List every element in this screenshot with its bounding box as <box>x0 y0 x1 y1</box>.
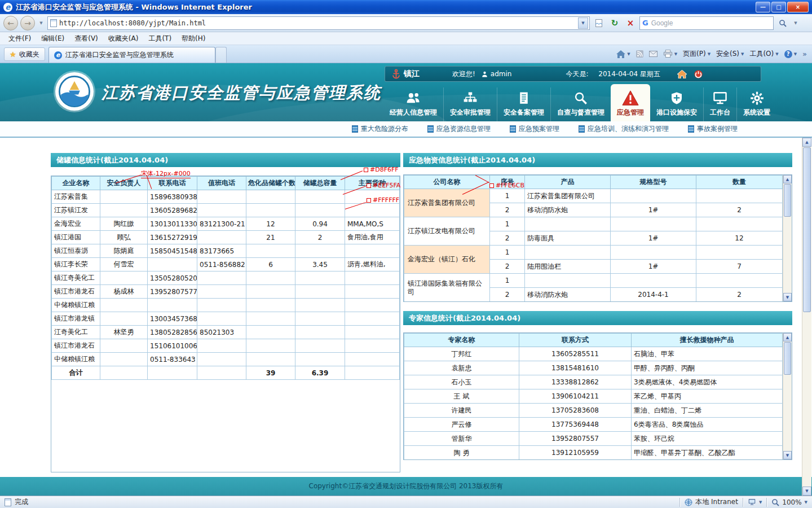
table-row: 许建民13705283608重油、白蜡油、丁二烯 <box>404 404 783 418</box>
scroll-down-button[interactable]: ▼ <box>783 451 792 459</box>
nav-item-emergency[interactable]: 应急管理 <box>611 84 650 121</box>
search-input[interactable] <box>651 19 771 27</box>
back-button[interactable]: ← <box>3 16 18 30</box>
scroll-down-button[interactable]: ▼ <box>783 293 792 301</box>
dashboard-content: 储罐信息统计(截止2014.04.04) 企业名称安全负责人联系电话值班电话危化… <box>0 138 812 477</box>
close-button[interactable]: × <box>787 2 809 12</box>
table-row: 镇江恒泰沥陈炳庭1585045154883173665 <box>52 244 400 258</box>
table-cell <box>246 190 295 204</box>
table-cell <box>148 258 197 271</box>
tools-menu-button[interactable]: 工具(O) ▼ <box>749 49 778 59</box>
nav-item-safety-approval[interactable]: 安全审批管理 <box>443 87 497 121</box>
company-cell: 江苏索普集团有限公司 <box>404 189 490 217</box>
search-button[interactable] <box>776 16 789 30</box>
status-divider <box>766 498 767 507</box>
mail-button[interactable] <box>649 51 657 57</box>
minimize-button[interactable]: — <box>756 2 770 12</box>
supplies-scrollbar[interactable]: ▲ ▼ <box>783 175 792 301</box>
menu-tools[interactable]: 工具(T) <box>143 32 176 45</box>
table-cell: 1 <box>490 274 525 288</box>
scroll-up-button[interactable]: ▲ <box>783 333 792 341</box>
zoom-dropdown: ▼ <box>805 500 807 505</box>
nav-item-self-inspection[interactable]: 自查与督查管理 <box>550 87 611 121</box>
home-button[interactable]: ▼ <box>616 50 630 58</box>
print-dropdown[interactable]: ▼ <box>674 52 677 56</box>
experts-panel: 专家信息统计(截止2014.04.04) 专家名称联系方式擅长救援物种产品丁邦红… <box>403 311 792 460</box>
table-cell: 镇江李长荣 <box>52 258 100 271</box>
refresh-button[interactable]: ↻ <box>608 16 621 30</box>
date-value: 2014-04-04 星期五 <box>598 70 660 78</box>
safety-menu-button[interactable]: 安全(S) ▼ <box>716 49 744 59</box>
page-scrollbar[interactable]: ▲ ▼ <box>802 138 811 496</box>
menu-favorites[interactable]: 收藏夹(A) <box>103 32 144 45</box>
print-button[interactable]: ▼ <box>663 50 677 58</box>
table-row: 金海宏业（镇江）石化1 <box>404 246 783 260</box>
address-bar[interactable]: ▼ <box>47 16 590 30</box>
menu-view[interactable]: 查看(V) <box>69 32 103 45</box>
search-box[interactable]: G <box>639 16 774 30</box>
menu-file[interactable]: 文件(F) <box>3 32 36 45</box>
address-dropdown[interactable]: ▼ <box>578 17 588 29</box>
help-button[interactable]: ? ▼ <box>784 50 797 58</box>
nav-item-port-security[interactable]: 港口设施保安 <box>650 87 703 121</box>
address-toolbar: ← → ▼ ▼ ↻ × G ▼ <box>0 14 812 32</box>
sub-navigation: 重大危险源分布 应急资源信息管理 应急预案管理 应急培训、演练和演习管理 事故案… <box>0 121 812 138</box>
protected-mode-indicator[interactable]: ▼ <box>748 498 762 506</box>
subnav-item-emergency-resources[interactable]: 应急资源信息管理 <box>427 124 491 134</box>
compatibility-button[interactable] <box>592 16 606 30</box>
nav-item-workbench[interactable]: 工作台 <box>703 87 736 121</box>
forward-button[interactable]: → <box>20 16 35 30</box>
page-menu-dropdown: ▼ <box>708 52 710 56</box>
stop-button[interactable]: × <box>624 16 637 30</box>
scroll-up-button[interactable]: ▲ <box>802 138 811 147</box>
column-header: 联系电话 <box>148 177 197 190</box>
table-cell: 3.45 <box>295 258 345 271</box>
rss-button[interactable] <box>636 50 643 58</box>
scroll-thumb[interactable] <box>784 342 791 375</box>
document-icon <box>427 125 434 133</box>
scroll-thumb[interactable] <box>784 184 791 217</box>
table-cell <box>295 285 345 299</box>
new-tab-stub[interactable] <box>215 47 227 63</box>
search-dropdown[interactable]: ▼ <box>792 17 800 29</box>
scroll-down-button[interactable]: ▼ <box>802 487 811 496</box>
table-cell: 防毒面具 <box>525 231 611 246</box>
scroll-up-button[interactable]: ▲ <box>783 175 792 183</box>
table-cell <box>345 339 400 353</box>
zoom-control[interactable]: 100% ▼ <box>771 498 807 506</box>
tab-favicon: e <box>54 51 62 59</box>
nav-item-safety-record[interactable]: 安全备案管理 <box>497 87 550 121</box>
table-row: 江苏镇江发电有限公司1 <box>404 217 783 231</box>
table-cell: 39 <box>246 366 295 380</box>
subnav-item-accident-cases[interactable]: 事故案例管理 <box>688 124 738 134</box>
table-row: 丁邦红13605285511石脑油、甲苯 <box>404 347 783 361</box>
subnav-item-emergency-plans[interactable]: 应急预案管理 <box>510 124 559 134</box>
maximize-button[interactable]: □ <box>771 2 786 12</box>
app-header: 江苏省港口安全监管与应急管理系统 镇江 欢迎您! admin 今天是: 2014… <box>0 63 812 121</box>
browser-tab[interactable]: e 江苏省港口安全监管与应急管理系统 <box>48 47 215 63</box>
history-dropdown[interactable]: ▼ <box>37 17 45 29</box>
tank-table: 企业名称安全负责人联系电话值班电话危化品储罐个数储罐总容量主要货种江苏索普集15… <box>51 176 400 380</box>
header-row: 专家名称联系方式擅长救援物种产品 <box>404 334 783 347</box>
table-row: 陶 勇13912105959甲缩醛、甲基异丁基酮、乙酸乙酯 <box>404 446 783 460</box>
menu-edit[interactable]: 编辑(E) <box>36 32 69 45</box>
subnav-item-emergency-training[interactable]: 应急培训、演练和演习管理 <box>579 124 669 134</box>
table-cell: 2 <box>490 260 525 274</box>
scroll-thumb[interactable] <box>803 147 811 312</box>
table-row: 石小玉133388128623类易燃液体、4类易燃固体 <box>404 375 783 389</box>
page-menu-button[interactable]: 页面(P) ▼ <box>683 49 710 59</box>
subnav-item-hazard-distribution[interactable]: 重大危险源分布 <box>352 124 408 134</box>
nav-item-operator-info[interactable]: 经营人信息管理 <box>383 87 443 121</box>
favorites-button[interactable]: ★ 收藏夹 <box>4 47 45 61</box>
nav-item-system-settings[interactable]: 系统设置 <box>736 87 776 121</box>
table-cell: 镇江市港龙石 <box>52 339 100 353</box>
mail-icon <box>649 51 657 57</box>
logout-power-icon[interactable] <box>694 69 703 79</box>
experts-scrollbar[interactable]: ▲ ▼ <box>783 333 792 459</box>
address-input[interactable] <box>59 19 576 27</box>
overflow-chevrons-icon[interactable]: » <box>802 50 807 58</box>
home-dropdown[interactable]: ▼ <box>627 52 630 56</box>
table-cell <box>148 299 197 312</box>
home-shortcut-icon[interactable] <box>677 70 687 78</box>
menu-help[interactable]: 帮助(H) <box>176 32 210 45</box>
